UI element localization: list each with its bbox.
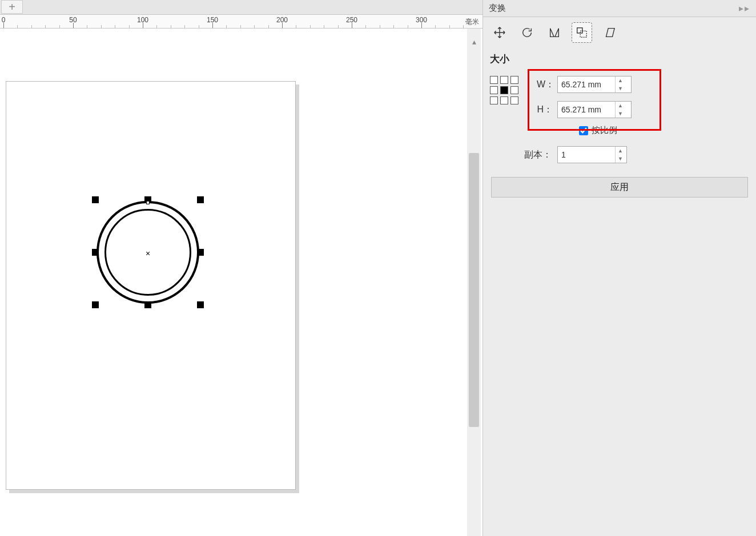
document-tab-bar: +	[0, 0, 482, 15]
size-controls: W： ▲ ▼ H： ▲ ▼	[483, 69, 756, 124]
anchor-bc[interactable]	[500, 96, 508, 104]
transform-tab-mirror[interactable]	[545, 23, 564, 42]
shape-start-node[interactable]	[146, 201, 150, 204]
svg-rect-0	[577, 28, 582, 33]
anchor-br[interactable]	[510, 96, 518, 104]
anchor-ml[interactable]	[490, 86, 498, 94]
selection-center-marker: ×	[146, 249, 150, 258]
mirror-icon	[548, 26, 561, 39]
transform-panel: 变换 ▸▸ 大小	[482, 0, 756, 536]
anchor-bl[interactable]	[490, 96, 498, 104]
size-icon	[576, 26, 588, 39]
svg-rect-1	[580, 31, 586, 37]
scroll-up-button[interactable]: ▴	[467, 35, 481, 48]
rotate-icon	[521, 26, 533, 39]
transform-tab-position[interactable]	[490, 23, 509, 42]
anchor-tc[interactable]	[500, 76, 508, 84]
transform-panel-title: 变换	[489, 3, 506, 14]
horizontal-ruler[interactable]: 毫米 050100150200250300	[0, 15, 482, 29]
width-height-fields: W： ▲ ▼ H： ▲ ▼	[531, 72, 637, 122]
height-step-down[interactable]: ▼	[616, 110, 625, 118]
height-step-up[interactable]: ▲	[616, 102, 625, 110]
scrollbar-thumb[interactable]	[469, 153, 479, 427]
height-row: H： ▲ ▼	[537, 101, 632, 118]
apply-button[interactable]: 应用	[491, 177, 748, 198]
selection-handle-bc[interactable]	[144, 301, 151, 308]
size-section-title: 大小	[483, 46, 756, 69]
proportional-checkbox[interactable]	[579, 126, 588, 135]
selection-handle-ml[interactable]	[92, 249, 99, 256]
vertical-scrollbar[interactable]: ▴	[467, 29, 481, 536]
new-tab-button[interactable]: +	[1, 0, 23, 14]
selection-handle-bl[interactable]	[92, 301, 99, 308]
width-step-up[interactable]: ▲	[616, 76, 625, 84]
copies-step-down[interactable]: ▼	[616, 155, 625, 163]
panel-menu-button[interactable]: ▸▸	[739, 3, 750, 14]
copies-row: 副本： ▲ ▼	[483, 140, 756, 171]
anchor-center[interactable]	[500, 86, 508, 94]
height-spinner[interactable]: ▲ ▼	[557, 101, 632, 118]
transform-panel-header: 变换 ▸▸	[483, 0, 756, 17]
canvas-area[interactable]: ×	[0, 29, 482, 536]
proportional-label: 按比例	[592, 125, 617, 136]
copies-spinner[interactable]: ▲ ▼	[557, 146, 627, 163]
anchor-origin-grid[interactable]	[490, 76, 522, 104]
width-spinner[interactable]: ▲ ▼	[557, 76, 632, 93]
copies-label: 副本：	[524, 149, 552, 161]
move-icon	[493, 26, 506, 39]
selected-object[interactable]: ×	[93, 198, 203, 307]
selection-handle-br[interactable]	[197, 301, 204, 308]
proportional-row: 按比例	[483, 124, 756, 140]
selection-handle-mr[interactable]	[197, 249, 204, 256]
anchor-tl[interactable]	[490, 76, 498, 84]
transform-tab-skew[interactable]	[600, 23, 619, 42]
ruler-unit-label: 毫米	[465, 17, 479, 27]
transform-mode-tabs	[483, 17, 756, 46]
selection-handle-tr[interactable]	[197, 196, 204, 203]
copies-step-up[interactable]: ▲	[616, 147, 625, 155]
selection-handle-tl[interactable]	[92, 196, 99, 203]
height-label: H：	[537, 104, 553, 116]
copies-input[interactable]	[558, 147, 615, 163]
transform-tab-rotate[interactable]	[517, 23, 537, 42]
width-input[interactable]	[558, 76, 615, 92]
height-input[interactable]	[558, 102, 615, 118]
width-step-down[interactable]: ▼	[616, 84, 625, 92]
width-row: W： ▲ ▼	[537, 76, 632, 93]
transform-tab-size[interactable]	[572, 23, 592, 42]
anchor-mr[interactable]	[510, 86, 518, 94]
width-label: W：	[537, 79, 553, 91]
anchor-tr[interactable]	[510, 76, 518, 84]
skew-icon	[603, 26, 616, 39]
